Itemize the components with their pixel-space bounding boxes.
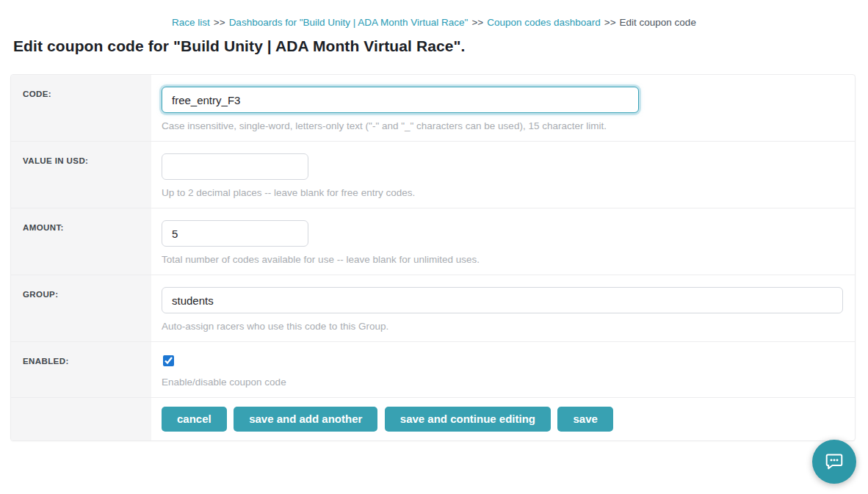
breadcrumb-separator: >>	[471, 17, 483, 28]
breadcrumb-link-coupon-codes-dashboard[interactable]: Coupon codes dashboard	[487, 17, 601, 28]
code-label: CODE:	[11, 75, 151, 141]
coupon-code-form: CODE: Case insensitive, single-word, let…	[10, 74, 856, 441]
cancel-button[interactable]: cancel	[162, 407, 227, 432]
chat-fab-button[interactable]	[812, 440, 856, 484]
chat-bubble-icon	[824, 452, 845, 471]
breadcrumb-separator: >>	[214, 17, 225, 28]
form-row-code: CODE: Case insensitive, single-word, let…	[11, 75, 855, 142]
save-and-add-another-button[interactable]: save and add another	[234, 407, 377, 432]
breadcrumb: Race list>>Dashboards for "Build Unity |…	[0, 0, 868, 28]
save-and-continue-editing-button[interactable]: save and continue editing	[385, 407, 551, 432]
form-row-value-usd: VALUE IN USD: Up to 2 decimal places -- …	[11, 142, 855, 208]
actions-label-spacer	[11, 398, 151, 440]
amount-input[interactable]	[162, 220, 308, 247]
enabled-help-text: Enable/disable coupon code	[162, 377, 843, 388]
form-row-amount: AMOUNT: Total number of codes available …	[11, 208, 855, 275]
value-usd-help-text: Up to 2 decimal places -- leave blank fo…	[162, 187, 843, 198]
enabled-label: ENABLED:	[11, 342, 151, 397]
group-label: GROUP:	[11, 275, 151, 341]
breadcrumb-link-race-list[interactable]: Race list	[172, 17, 210, 28]
form-actions-row: cancel save and add another save and con…	[11, 398, 855, 440]
amount-help-text: Total number of codes available for use …	[162, 254, 843, 265]
save-button[interactable]: save	[557, 407, 612, 432]
breadcrumb-separator: >>	[604, 17, 616, 28]
form-row-group: GROUP: Auto-assign racers who use this c…	[11, 275, 855, 342]
enabled-checkbox[interactable]	[163, 355, 174, 366]
form-row-enabled: ENABLED: Enable/disable coupon code	[11, 342, 855, 398]
code-input[interactable]	[162, 87, 639, 113]
value-usd-input[interactable]	[162, 153, 308, 180]
amount-label: AMOUNT:	[11, 208, 151, 275]
value-usd-label: VALUE IN USD:	[11, 142, 151, 208]
code-help-text: Case insensitive, single-word, letters-o…	[162, 120, 843, 131]
breadcrumb-link-dashboards[interactable]: Dashboards for "Build Unity | ADA Month …	[229, 17, 469, 28]
breadcrumb-current-page: Edit coupon code	[620, 17, 696, 28]
group-help-text: Auto-assign racers who use this code to …	[162, 321, 843, 332]
page-title: Edit coupon code for "Build Unity | ADA …	[13, 37, 868, 55]
group-input[interactable]	[162, 287, 843, 313]
